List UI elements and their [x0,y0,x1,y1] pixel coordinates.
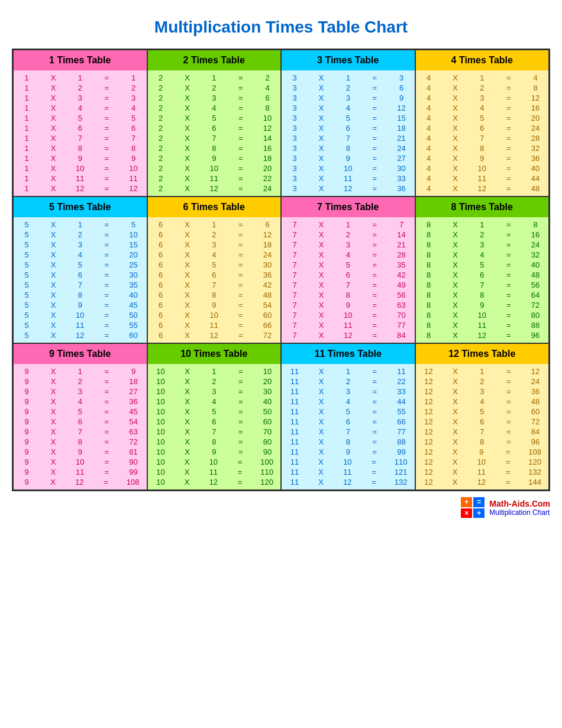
table-row: 8X10=80 [421,310,544,320]
table-row: 10X10=100 [153,457,276,467]
table-row: 2X12=24 [153,183,276,194]
table-row: 9X9=81 [18,447,142,457]
table-body-1: 1X1=11X2=21X3=31X4=41X5=51X6=61X7=71X8=8… [14,70,147,196]
table-row: 12X9=108 [421,447,544,457]
table-body-3: 3X1=33X2=63X3=93X4=123X5=153X6=183X7=213… [282,70,415,196]
table-row: 1X3=3 [18,93,142,103]
table-row: 9X7=63 [18,427,142,437]
table-row: 5X10=50 [18,310,142,320]
table-row: 8X7=56 [421,280,544,290]
table-row: 9X2=18 [18,376,142,386]
table-row: 3X2=6 [286,83,410,93]
table-section-7: 7 Times Table7X1=77X2=147X3=217X4=287X5=… [281,197,415,343]
table-row: 7X7=49 [286,280,410,290]
table-section-6: 6 Times Table6X1=66X2=126X3=186X4=246X5=… [147,197,282,343]
table-row: 12X2=24 [421,376,544,386]
table-section-5: 5 Times Table5X1=55X2=105X3=155X4=205X5=… [13,197,147,343]
table-row: 10X9=90 [153,447,276,457]
table-section-8: 8 Times Table8X1=88X2=168X3=248X4=328X5=… [415,197,550,343]
table-row: 7X9=63 [286,300,410,310]
table-row: 7X3=21 [286,240,410,250]
table-row: 8X6=48 [421,270,544,280]
table-row: 2X7=14 [153,133,276,143]
table-row: 2X4=8 [153,103,276,113]
table-row: 5X5=25 [18,260,142,270]
table-row: 9X6=54 [18,417,142,427]
table-row: 3X10=30 [286,163,410,173]
table-row: 9X1=9 [18,366,142,376]
table-section-11: 11 Times Table11X1=1111X2=2211X3=3311X4=… [281,343,415,490]
logo-plus: + [461,497,472,507]
table-row: 1X12=12 [18,183,142,194]
table-row: 10X11=110 [153,467,276,477]
table-row: 9X11=99 [18,467,142,477]
table-row: 4X3=12 [421,93,544,103]
table-row: 8X4=32 [421,250,544,260]
multiplication-grid: 1 Times Table1X1=11X2=21X3=31X4=41X5=51X… [12,49,550,491]
table-row: 1X5=5 [18,113,142,123]
table-section-12: 12 Times Table12X1=1212X2=2412X3=3612X4=… [415,343,550,490]
table-body-5: 5X1=55X2=105X3=155X4=205X5=255X6=305X7=3… [14,217,147,343]
table-row: 11X1=11 [286,366,410,376]
table-section-9: 9 Times Table9X1=99X2=189X3=279X4=369X5=… [13,343,147,490]
page-title: Multiplication Times Table Chart [12,18,550,37]
table-header-8: 8 Times Table [416,197,549,217]
table-body-10: 10X1=1010X2=2010X3=3010X4=4010X5=5010X6=… [148,364,281,489]
table-row: 4X11=44 [421,173,544,183]
table-row: 2X3=6 [153,93,276,103]
table-row: 3X1=3 [286,73,410,83]
table-row: 6X11=66 [153,320,276,330]
table-row: 7X4=28 [286,250,410,260]
table-row: 2X6=12 [153,123,276,133]
table-row: 7X1=7 [286,220,410,230]
table-row: 6X1=6 [153,220,276,230]
table-row: 1X9=9 [18,153,142,163]
table-header-3: 3 Times Table [282,50,415,70]
table-row: 6X10=60 [153,310,276,320]
table-row: 10X8=80 [153,437,276,447]
table-row: 8X9=72 [421,300,544,310]
table-row: 5X2=10 [18,230,142,240]
table-body-2: 2X1=22X2=42X3=62X4=82X5=102X6=122X7=142X… [148,70,281,196]
table-section-4: 4 Times Table4X1=44X2=84X3=124X4=164X5=2… [415,50,550,197]
table-row: 4X6=24 [421,123,544,133]
table-row: 6X8=48 [153,290,276,300]
footer-logo: + = × + [461,497,485,518]
table-row: 1X2=2 [18,83,142,93]
table-row: 3X4=12 [286,103,410,113]
table-row: 4X8=32 [421,143,544,153]
table-row: 3X5=15 [286,113,410,123]
table-header-5: 5 Times Table [14,197,147,217]
table-row: 10X6=60 [153,417,276,427]
table-row: 10X7=70 [153,427,276,437]
table-body-7: 7X1=77X2=147X3=217X4=287X5=357X6=427X7=4… [282,217,415,343]
table-row: 2X8=16 [153,143,276,153]
table-row: 7X6=42 [286,270,410,280]
table-row: 12X7=84 [421,427,544,437]
table-row: 5X11=55 [18,320,142,330]
table-body-8: 8X1=88X2=168X3=248X4=328X5=408X6=488X7=5… [416,217,549,343]
table-row: 1X8=8 [18,143,142,153]
table-row: 8X12=96 [421,330,544,340]
table-row: 11X5=55 [286,407,410,417]
table-row: 6X12=72 [153,330,276,340]
table-row: 6X6=36 [153,270,276,280]
table-row: 4X1=4 [421,73,544,83]
table-row: 2X2=4 [153,83,276,93]
table-row: 12X12=144 [421,477,544,487]
table-row: 9X8=72 [18,437,142,447]
logo-times: × [461,508,472,518]
table-row: 6X9=54 [153,300,276,310]
table-row: 4X5=20 [421,113,544,123]
table-row: 1X7=7 [18,133,142,143]
table-header-1: 1 Times Table [14,50,147,70]
table-body-12: 12X1=1212X2=2412X3=3612X4=4812X5=6012X6=… [416,364,549,489]
logo-equals: = [473,497,485,507]
table-row: 6X7=42 [153,280,276,290]
table-row: 9X4=36 [18,397,142,407]
table-body-9: 9X1=99X2=189X3=279X4=369X5=459X6=549X7=6… [14,364,147,489]
table-row: 7X5=35 [286,260,410,270]
table-row: 8X1=8 [421,220,544,230]
table-header-9: 9 Times Table [14,344,147,364]
table-row: 7X2=14 [286,230,410,240]
